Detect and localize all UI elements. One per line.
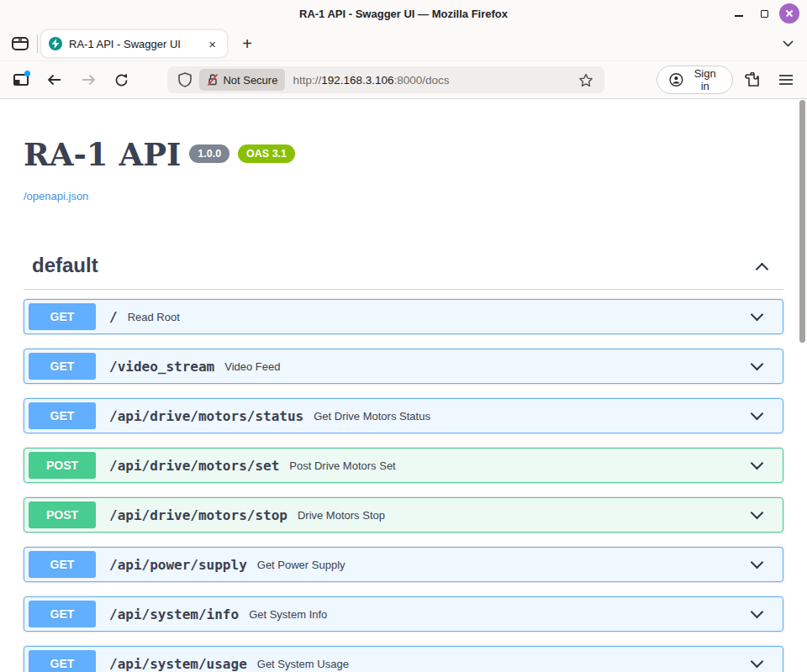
titlebar: RA-1 API - Swagger UI — Mozilla Firefox xyxy=(0,0,807,27)
op-path: /api/drive/motors/set xyxy=(109,458,279,474)
browser-tab[interactable]: RA-1 API - Swagger UI × xyxy=(41,30,227,57)
sign-in-button[interactable]: Sign in xyxy=(657,66,733,94)
insecure-lock-icon xyxy=(207,73,219,87)
section-default-header[interactable]: default xyxy=(24,254,783,290)
operations-list: GET / Read Root GET /video_stream Video … xyxy=(24,299,783,672)
op-summary: Get Power Supply xyxy=(257,559,345,571)
expand-operation-chevron-icon[interactable] xyxy=(751,457,764,470)
reload-button[interactable] xyxy=(108,66,136,93)
method-badge: GET xyxy=(29,303,96,330)
forward-button[interactable] xyxy=(74,66,103,93)
method-badge: GET xyxy=(29,353,96,380)
method-badge: GET xyxy=(29,551,96,578)
window-controls xyxy=(728,3,807,24)
op-path: /api/power/supply xyxy=(109,557,247,573)
notification-dot xyxy=(24,71,30,76)
op-path: /api/drive/motors/stop xyxy=(109,507,287,523)
minimize-button[interactable] xyxy=(728,3,750,24)
section-title: default xyxy=(32,254,98,277)
expand-operation-chevron-icon[interactable] xyxy=(751,556,764,570)
expand-operation-chevron-icon[interactable] xyxy=(751,655,764,669)
window-title: RA-1 API - Swagger UI — Mozilla Firefox xyxy=(0,8,807,20)
sidebar-view-button[interactable] xyxy=(7,66,35,93)
shield-icon xyxy=(178,72,192,87)
url-bar[interactable]: Not Secure http://192.168.3.106:8000/doc… xyxy=(167,66,604,93)
method-badge: POST xyxy=(29,501,96,528)
maximize-button[interactable] xyxy=(753,3,775,24)
op-summary: Read Root xyxy=(128,311,180,323)
tracking-protection-button[interactable] xyxy=(174,69,196,91)
op-summary: Video Feed xyxy=(224,360,280,373)
new-tab-button[interactable]: + xyxy=(235,32,259,55)
operation-row[interactable]: GET /api/system/usage Get System Usage xyxy=(24,646,783,672)
firefox-view-icon xyxy=(11,36,29,51)
url-text: http://192.168.3.106:8000/docs xyxy=(293,74,449,87)
expand-operation-chevron-icon[interactable] xyxy=(751,407,764,421)
method-badge: POST xyxy=(29,452,96,479)
operation-row[interactable]: GET / Read Root xyxy=(24,299,783,334)
site-security-button[interactable]: Not Secure xyxy=(199,69,285,91)
security-label: Not Secure xyxy=(223,74,277,87)
api-title-row: RA-1 API 1.0.0 OAS 3.1 xyxy=(24,136,783,173)
operation-row[interactable]: GET /api/drive/motors/status Get Drive M… xyxy=(24,398,783,433)
operation-row[interactable]: POST /api/drive/motors/set Post Drive Mo… xyxy=(24,448,783,483)
maximize-icon xyxy=(761,10,768,18)
tab-strip: RA-1 API - Swagger UI × + xyxy=(0,27,807,60)
tab-title: RA-1 API - Swagger UI xyxy=(69,38,198,50)
close-icon xyxy=(779,3,799,24)
hamburger-icon xyxy=(779,74,793,86)
reload-icon xyxy=(114,73,129,87)
oas-badge: OAS 3.1 xyxy=(238,144,295,163)
forward-arrow-icon xyxy=(81,74,96,86)
page-content: RA-1 API 1.0.0 OAS 3.1 /openapi.json def… xyxy=(0,99,807,672)
expand-operation-chevron-icon[interactable] xyxy=(751,308,764,322)
operation-row[interactable]: GET /api/system/info Get System Info xyxy=(24,596,783,632)
navigation-toolbar: Not Secure http://192.168.3.106:8000/doc… xyxy=(0,60,807,99)
close-button[interactable] xyxy=(778,3,800,24)
puzzle-icon xyxy=(745,72,761,88)
list-all-tabs-button[interactable] xyxy=(775,32,800,55)
extensions-button[interactable] xyxy=(738,66,767,93)
back-button[interactable] xyxy=(40,66,69,93)
back-arrow-icon xyxy=(47,74,62,86)
star-icon xyxy=(578,73,593,87)
op-path: /api/drive/motors/status xyxy=(109,408,303,424)
method-badge: GET xyxy=(29,650,96,672)
operation-row[interactable]: GET /video_stream Video Feed xyxy=(24,349,783,384)
openapi-spec-link[interactable]: /openapi.json xyxy=(24,190,88,202)
firefox-view-button[interactable] xyxy=(7,32,34,55)
sign-in-label: Sign in xyxy=(689,67,720,92)
collapse-section-chevron-icon[interactable] xyxy=(756,262,769,276)
browser-window: RA-1 API - Swagger UI — Mozilla Firefox … xyxy=(0,0,807,672)
scrollbar-thumb[interactable] xyxy=(799,100,805,343)
expand-operation-chevron-icon[interactable] xyxy=(751,358,764,371)
api-title: RA-1 API xyxy=(24,136,181,173)
tab-divider xyxy=(37,34,38,53)
expand-operation-chevron-icon[interactable] xyxy=(751,507,764,520)
operation-row[interactable]: POST /api/drive/motors/stop Drive Motors… xyxy=(24,497,783,533)
op-summary: Drive Motors Stop xyxy=(298,509,385,522)
menu-button[interactable] xyxy=(772,66,800,93)
method-badge: GET xyxy=(29,402,96,429)
account-icon xyxy=(669,72,683,87)
op-summary: Post Drive Motors Set xyxy=(289,459,395,472)
url-host: 192.168.3.106 xyxy=(321,74,393,87)
operation-row[interactable]: GET /api/power/supply Get Power Supply xyxy=(24,547,783,582)
expand-operation-chevron-icon[interactable] xyxy=(751,606,764,619)
method-badge: GET xyxy=(29,601,96,627)
op-summary: Get Drive Motors Status xyxy=(314,410,430,423)
op-summary: Get System Usage xyxy=(257,658,349,670)
url-path: :8000/docs xyxy=(394,74,450,87)
url-scheme: http:// xyxy=(293,74,321,87)
op-path: /api/system/usage xyxy=(109,656,247,672)
fastapi-favicon-icon xyxy=(49,37,62,50)
version-badge: 1.0.0 xyxy=(189,144,229,163)
bookmark-button[interactable] xyxy=(574,68,598,92)
op-path: /video_stream xyxy=(109,359,214,375)
minimize-icon xyxy=(735,15,743,17)
chevron-down-icon xyxy=(783,40,794,47)
op-summary: Get System Info xyxy=(249,608,327,621)
op-path: / xyxy=(109,309,118,325)
close-tab-button[interactable]: × xyxy=(205,36,219,52)
op-path: /api/system/info xyxy=(109,606,239,622)
